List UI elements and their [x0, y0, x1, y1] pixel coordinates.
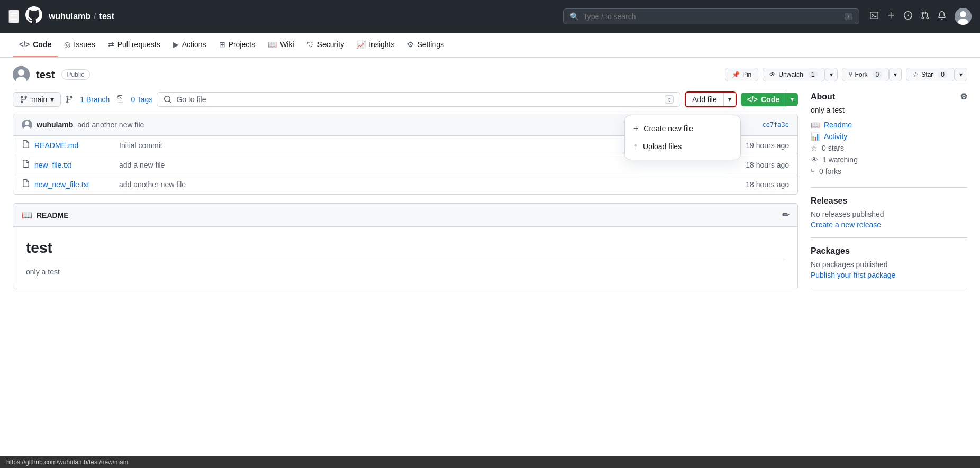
- header: ☰ wuhulamb / test 🔍 /: [0, 0, 980, 33]
- stars-count-label: 0 stars: [822, 144, 844, 152]
- pin-button[interactable]: 📌 Pin: [725, 68, 758, 81]
- file-modified-time: 18 hours ago: [746, 180, 789, 189]
- activity-link[interactable]: 📊 Activity: [811, 132, 967, 141]
- hamburger-menu[interactable]: ☰: [8, 10, 19, 23]
- readme-box: 📖 README ✏ test only a test: [13, 203, 798, 289]
- star-icon: ☆: [913, 71, 919, 78]
- upload-icon: ↑: [633, 142, 638, 151]
- file-name-link[interactable]: new_file.txt: [34, 161, 119, 169]
- notifications-button[interactable]: [938, 11, 946, 22]
- book-sidebar-icon: 📖: [811, 121, 820, 129]
- readme-title: README: [37, 211, 69, 219]
- avatar[interactable]: [955, 8, 972, 25]
- file-commit-message: add another new file: [119, 180, 746, 189]
- breadcrumb-user[interactable]: wuhulamb: [49, 12, 90, 21]
- unwatch-dropdown[interactable]: ▾: [825, 68, 838, 81]
- file-toolbar: main ▾ 1 Branch 0 Tags Go to file t Add …: [13, 91, 798, 107]
- nav-settings[interactable]: ⚙ Settings: [401, 33, 450, 57]
- issues-button[interactable]: [904, 11, 912, 22]
- fork-button[interactable]: ⑂ Fork 0: [842, 68, 890, 81]
- commit-author-name[interactable]: wuhulamb: [37, 121, 73, 129]
- fork-sidebar-icon: ⑂: [811, 167, 815, 176]
- nav-insights-label: Insights: [369, 40, 394, 49]
- github-logo[interactable]: [25, 6, 42, 26]
- commit-hash[interactable]: ce7fa3e: [762, 121, 789, 129]
- star-sidebar-icon: ☆: [811, 144, 818, 152]
- goto-file-input[interactable]: Go to file t: [157, 92, 680, 107]
- create-new-file-item[interactable]: + Create new file: [625, 120, 740, 137]
- code-icon: </>: [747, 95, 758, 104]
- insights-nav-icon: 📈: [357, 40, 366, 49]
- unwatch-button[interactable]: 👁 Unwatch 1: [763, 68, 824, 81]
- file-name-link[interactable]: README.md: [34, 141, 119, 150]
- svg-point-4: [18, 69, 24, 76]
- add-file-dropdown-menu: + Create new file ↑ Upload files: [624, 115, 741, 160]
- fork-icon: ⑂: [849, 71, 852, 78]
- branch-count-link[interactable]: 1 Branch: [80, 95, 110, 104]
- nav-projects[interactable]: ⊞ Projects: [213, 33, 262, 57]
- code-dropdown-caret[interactable]: ▾: [786, 93, 798, 106]
- fork-count: 0: [873, 71, 883, 78]
- fork-dropdown[interactable]: ▾: [889, 68, 902, 81]
- about-section: About ⚙ only a test 📖 Readme 📊 Activity …: [811, 91, 967, 188]
- tags-count-link[interactable]: 0 Tags: [131, 95, 152, 104]
- releases-section: Releases No releases published Create a …: [811, 196, 967, 238]
- no-releases-text: No releases published: [811, 210, 967, 218]
- eye-icon: 👁: [769, 71, 776, 78]
- readme-link-text[interactable]: Readme: [824, 121, 852, 129]
- add-file-button[interactable]: Add file: [686, 93, 723, 106]
- star-count: 0: [938, 71, 948, 78]
- readme-header: 📖 README ✏: [13, 204, 797, 227]
- nav-insights[interactable]: 📈 Insights: [350, 33, 401, 57]
- terminal-button[interactable]: [870, 11, 878, 22]
- readme-content: test only a test: [13, 227, 797, 289]
- repo-title: test: [36, 69, 55, 81]
- main-layout: main ▾ 1 Branch 0 Tags Go to file t Add …: [0, 91, 980, 309]
- create-new-file-label: Create new file: [643, 124, 693, 133]
- actions-nav-icon: ▶: [173, 40, 179, 49]
- nav-pr-label: Pull requests: [117, 40, 160, 49]
- pull-requests-button[interactable]: [921, 11, 929, 22]
- repo-actions: 📌 Pin 👁 Unwatch 1 ▾ ⑂ Fork 0 ▾ ☆ Star: [725, 68, 967, 81]
- code-label: Code: [761, 95, 779, 104]
- file-name-link[interactable]: new_new_file.txt: [34, 180, 119, 189]
- svg-point-1: [960, 11, 966, 17]
- nav-wiki[interactable]: 📖 Wiki: [261, 33, 300, 57]
- star-dropdown[interactable]: ▾: [955, 68, 967, 81]
- about-settings-icon[interactable]: ⚙: [960, 91, 967, 102]
- search-bar[interactable]: 🔍 /: [563, 8, 859, 24]
- file-commit-message: add a new file: [119, 161, 746, 169]
- publish-package-link[interactable]: Publish your first package: [811, 271, 895, 279]
- upload-files-item[interactable]: ↑ Upload files: [625, 137, 740, 155]
- wiki-nav-icon: 📖: [268, 40, 277, 49]
- nav-actions-label: Actions: [182, 40, 206, 49]
- watch-group: 👁 Unwatch 1 ▾: [763, 68, 837, 81]
- unwatch-label: Unwatch: [778, 71, 803, 78]
- create-release-link[interactable]: Create a new release: [811, 221, 881, 229]
- stars-count: ☆ 0 stars: [811, 144, 967, 152]
- code-nav-icon: </>: [19, 40, 30, 49]
- packages-section: Packages No packages published Publish y…: [811, 246, 967, 288]
- activity-link-text[interactable]: Activity: [824, 132, 847, 141]
- add-file-dropdown-caret[interactable]: ▾: [723, 93, 736, 106]
- code-button[interactable]: </> Code: [741, 93, 786, 106]
- plus-icon: +: [633, 124, 638, 133]
- star-button[interactable]: ☆ Star 0: [906, 68, 955, 81]
- create-new-button[interactable]: [887, 11, 895, 22]
- search-input[interactable]: [583, 12, 840, 21]
- edit-readme-button[interactable]: ✏: [782, 210, 789, 220]
- fork-label: Fork: [855, 71, 868, 78]
- breadcrumb-repo[interactable]: test: [99, 12, 114, 21]
- nav-wiki-label: Wiki: [280, 40, 294, 49]
- nav-issues[interactable]: ◎ Issues: [58, 33, 101, 57]
- nav-actions[interactable]: ▶ Actions: [167, 33, 213, 57]
- nav-pull-requests[interactable]: ⇄ Pull requests: [102, 33, 167, 57]
- nav-code[interactable]: </> Code: [13, 33, 58, 57]
- branch-selector[interactable]: main ▾: [13, 92, 61, 107]
- nav-security[interactable]: 🛡 Security: [301, 33, 351, 57]
- repo-header: test Public 📌 Pin 👁 Unwatch 1 ▾ ⑂ Fork 0…: [0, 58, 980, 91]
- readme-link[interactable]: 📖 Readme: [811, 121, 967, 129]
- nav-code-label: Code: [33, 40, 51, 49]
- file-row: new_new_file.txt add another new file 18…: [13, 175, 797, 194]
- header-actions: [870, 8, 972, 25]
